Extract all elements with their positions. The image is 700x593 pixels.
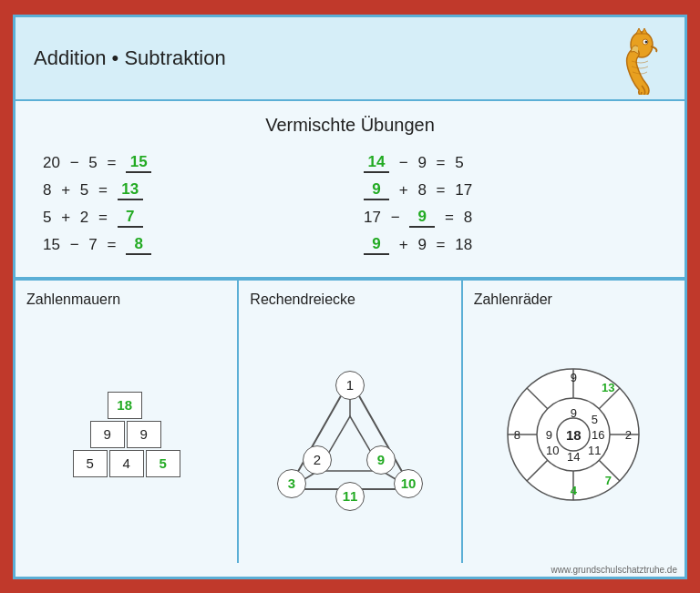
- exercise-row: 5 + 2 = 7: [43, 204, 336, 231]
- rechendreiecke-panel: Rechendreiecke 1: [239, 281, 462, 563]
- zahlenraeder-panel: Zahlenräder: [463, 281, 685, 563]
- wheel-outer-bottom: 4: [571, 483, 577, 496]
- zahlenmauern-content: 18 9 9 5 4 5: [26, 317, 226, 552]
- exercise-row: 14 − 9 = 5: [364, 149, 657, 177]
- wall-cell: 5: [146, 450, 180, 477]
- wheel-inner-right: 16: [592, 427, 604, 441]
- header: Addition • Subtraktion: [15, 17, 685, 101]
- wall-row-top: 18: [108, 392, 142, 419]
- triangle-diagram: 1 3 10 2 9 11: [277, 371, 423, 498]
- wheel-outer-tr: 13: [602, 380, 614, 394]
- exercise-row: 9 + 9 = 18: [364, 231, 657, 259]
- zahlenraeder-title: Zahlenräder: [474, 291, 552, 308]
- wheel-inner-top: 9: [571, 405, 577, 419]
- svg-point-3: [645, 40, 648, 43]
- rechendreiecke-title: Rechendreiecke: [250, 291, 355, 308]
- wheel-inner-left: 9: [546, 427, 552, 441]
- wall-cell: 4: [109, 450, 144, 477]
- zahlenmauern-title: Zahlenmauern: [26, 291, 120, 308]
- exercise-row: 20 − 5 = 15: [43, 149, 336, 177]
- exercise-left-col: 20 − 5 = 15 8 + 5 = 13 5 +: [43, 149, 336, 259]
- zahlenmauern-panel: Zahlenmauern 18 9 9 5 4: [15, 281, 239, 563]
- wheel-outer-right: 2: [625, 427, 632, 441]
- wall-cell: 9: [127, 421, 161, 448]
- exercises-section: Vermischte Übungen 20 − 5 = 15 8 + 5 =: [15, 101, 685, 279]
- wall-cell: 18: [108, 392, 142, 419]
- exercise-row: 9 + 8 = 17: [364, 177, 657, 204]
- exercise-row: 15 − 7 = 8: [43, 231, 336, 259]
- website-footer: www.grundschulschatztruhe.de: [15, 563, 685, 577]
- wheel-inner-bl: 10: [546, 443, 559, 456]
- header-title: Addition • Subtraktion: [34, 46, 226, 70]
- tri-inner-right: 9: [366, 445, 396, 475]
- wheel-inner-tr: 5: [592, 412, 598, 425]
- exercise-right-col: 14 − 9 = 5 9 + 8 = 17 17 −: [364, 149, 657, 259]
- wheel-outer-br: 7: [605, 473, 612, 486]
- tri-left: 3: [277, 469, 306, 498]
- zahlenraeder-content: 18 9 5 16 11 14 10 9: [474, 317, 674, 552]
- tri-right: 10: [394, 469, 423, 498]
- exercise-row: 8 + 5 = 13: [43, 177, 336, 204]
- wall-row-mid: 9 9: [90, 421, 161, 448]
- bottom-section: Zahlenmauern 18 9 9 5 4: [15, 279, 685, 563]
- wheel-outer-top: 9: [571, 370, 577, 383]
- tri-top: 1: [335, 371, 365, 400]
- website-url: www.grundschulschatztruhe.de: [551, 565, 677, 575]
- rechendreiecke-content: 1 3 10 2 9 11: [250, 317, 449, 552]
- wall-row-bottom: 5 4 5: [73, 450, 180, 477]
- wheel-center: 18: [566, 426, 582, 442]
- wall-cell: 5: [73, 450, 108, 477]
- tri-bottom: 11: [335, 482, 365, 511]
- wheel-inner-bottom: 14: [567, 449, 580, 463]
- exercise-row: 17 − 9 = 8: [364, 204, 657, 231]
- tri-inner-left: 2: [303, 445, 332, 475]
- wall-cell: 9: [90, 421, 125, 448]
- wheel-inner-br: 11: [588, 443, 601, 456]
- seahorse-icon: [616, 26, 666, 90]
- exercises-grid: 20 − 5 = 15 8 + 5 = 13 5 +: [43, 149, 657, 259]
- main-frame: Addition • Subtraktion: [13, 15, 687, 579]
- exercises-title: Vermischte Übungen: [43, 115, 657, 136]
- wheel-diagram: 18 9 5 16 11 14 10 9: [500, 362, 646, 507]
- wheel-outer-left: 8: [514, 427, 520, 441]
- svg-marker-1: [636, 28, 647, 34]
- num-wall: 18 9 9 5 4 5: [73, 392, 180, 477]
